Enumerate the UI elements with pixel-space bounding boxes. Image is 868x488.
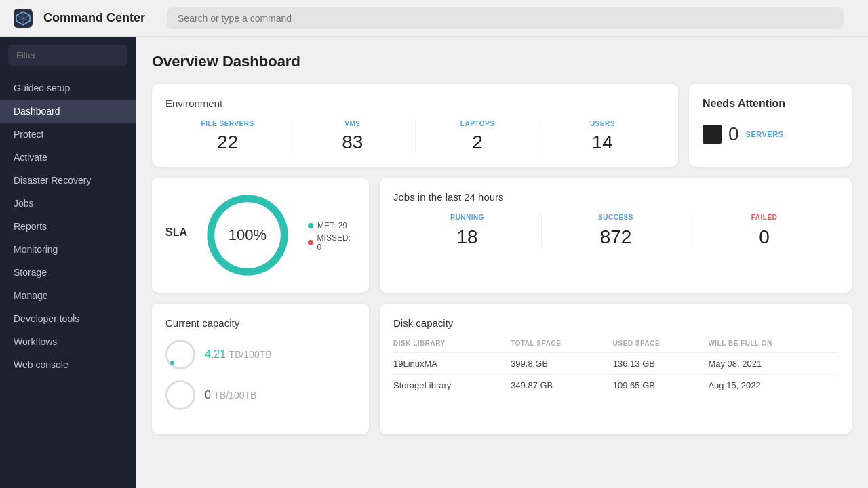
sla-missed-dot xyxy=(308,240,313,245)
sidebar-nav: Guided setupDashboardProtectActivateDisa… xyxy=(0,77,136,376)
jobs-stat-running: RUNNING18 xyxy=(393,214,542,248)
sidebar-item-disaster-recovery[interactable]: Disaster Recovery xyxy=(0,169,136,192)
disk-table-row: StorageLibrary349.87 GB109.65 GBAug 15, … xyxy=(393,375,838,396)
sidebar-item-dashboard[interactable]: Dashboard xyxy=(0,100,136,123)
disk-table-body: 19LinuxMA399.8 GB136.13 GBMay 08, 2021St… xyxy=(393,353,838,396)
capacity-item-1: 0 TB/100TB xyxy=(165,380,355,410)
app-title: Command Center xyxy=(43,11,145,25)
env-stat-file-servers: FILE SERVERS22 xyxy=(165,120,290,153)
topbar: Command Center xyxy=(0,0,868,37)
sla-met-dot xyxy=(308,223,313,228)
sla-card: SLA 100% MET: 29 xyxy=(152,178,369,293)
needs-attention-label: SERVERS xyxy=(746,130,784,138)
disk-col-total-space: TOTAL SPACE xyxy=(511,340,613,353)
needs-attention-card: Needs Attention 0 SERVERS xyxy=(689,84,852,167)
sidebar-item-manage[interactable]: Manage xyxy=(0,284,136,307)
capacity-circle xyxy=(165,380,195,410)
disk-table-row: 19LinuxMA399.8 GB136.13 GBMay 08, 2021 xyxy=(393,353,838,375)
disk-capacity-title: Disk capacity xyxy=(393,317,838,329)
sla-legend: MET: 29 MISSED: 0 xyxy=(308,218,355,252)
main-content: Overview Dashboard Environment FILE SERV… xyxy=(136,37,868,488)
env-stat-users: USERS14 xyxy=(540,120,665,153)
jobs-card: Jobs in the last 24 hours RUNNING18SUCCE… xyxy=(380,178,852,293)
sla-circle: 100% xyxy=(203,191,292,279)
sla-title: SLA xyxy=(165,226,187,239)
logo-icon xyxy=(11,6,35,30)
disk-col-disk-library: DISK LIBRARY xyxy=(393,340,511,353)
capacity-card: Current capacity 4.21 TB/100TB0 TB/100TB xyxy=(152,304,369,434)
sidebar-item-reports[interactable]: Reports xyxy=(0,215,136,238)
needs-attention-content: 0 SERVERS xyxy=(703,123,838,145)
sidebar-item-workflows[interactable]: Workflows xyxy=(0,330,136,353)
sidebar-filter-input[interactable] xyxy=(8,45,127,66)
disk-table-header-row: DISK LIBRARYTOTAL SPACEUSED SPACEWILL BE… xyxy=(393,340,838,353)
env-stat-vms: VMs83 xyxy=(290,120,415,153)
sidebar-item-monitoring[interactable]: Monitoring xyxy=(0,238,136,261)
jobs-stat-success: SUCCESS872 xyxy=(542,214,690,248)
needs-attention-count: 0 xyxy=(728,123,739,145)
capacity-items: 4.21 TB/100TB0 TB/100TB xyxy=(165,340,355,410)
disk-capacity-card: Disk capacity DISK LIBRARYTOTAL SPACEUSE… xyxy=(380,304,852,434)
disk-capacity-table: DISK LIBRARYTOTAL SPACEUSED SPACEWILL BE… xyxy=(393,340,838,396)
sidebar-item-web-console[interactable]: Web console xyxy=(0,353,136,376)
capacity-title: Current capacity xyxy=(165,317,355,329)
sla-met-label: MET: 29 xyxy=(317,221,347,230)
jobs-stats: RUNNING18SUCCESS872FAILED0 xyxy=(393,214,838,248)
capacity-item-0: 4.21 TB/100TB xyxy=(165,340,355,369)
disk-col-will-be-full-on: WILL BE FULL ON xyxy=(708,340,838,353)
sidebar-item-developer-tools[interactable]: Developer tools xyxy=(0,307,136,330)
jobs-stat-failed: FAILED0 xyxy=(690,214,838,248)
sidebar-item-storage[interactable]: Storage xyxy=(0,261,136,284)
env-stat-laptops: LAPTOPS2 xyxy=(416,120,540,153)
capacity-circle xyxy=(165,340,195,369)
sidebar-item-jobs[interactable]: Jobs xyxy=(0,192,136,215)
capacity-dot xyxy=(170,361,174,365)
sla-missed-item: MISSED: 0 xyxy=(308,233,355,252)
sla-missed-label: MISSED: 0 xyxy=(317,233,355,252)
environment-card-title: Environment xyxy=(165,98,665,109)
disk-col-used-space: USED SPACE xyxy=(613,340,709,353)
sla-percent: 100% xyxy=(229,226,267,244)
attention-square-icon xyxy=(703,125,722,144)
sla-met-item: MET: 29 xyxy=(308,221,355,230)
search-input[interactable] xyxy=(167,7,844,29)
page-title: Overview Dashboard xyxy=(152,53,852,70)
jobs-title: Jobs in the last 24 hours xyxy=(393,191,838,203)
environment-card: Environment FILE SERVERS22VMs83LAPTOPS2U… xyxy=(152,84,678,167)
sidebar-item-protect[interactable]: Protect xyxy=(0,123,136,146)
sidebar-item-activate[interactable]: Activate xyxy=(0,146,136,169)
sidebar: Guided setupDashboardProtectActivateDisa… xyxy=(0,37,136,488)
disk-table-header: DISK LIBRARYTOTAL SPACEUSED SPACEWILL BE… xyxy=(393,340,838,353)
environment-stats: FILE SERVERS22VMs83LAPTOPS2USERS14 xyxy=(165,120,665,153)
sidebar-item-guided-setup[interactable]: Guided setup xyxy=(0,77,136,100)
needs-attention-title: Needs Attention xyxy=(703,98,838,110)
